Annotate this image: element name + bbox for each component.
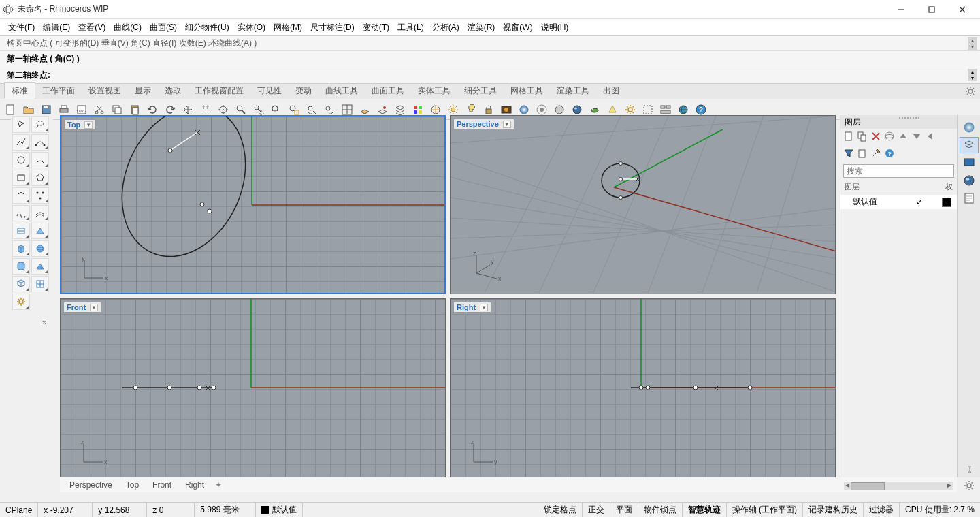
tab-subdtools[interactable]: 细分工具: [457, 83, 504, 99]
menu-panels[interactable]: 视窗(W): [499, 20, 536, 35]
tab-rendertools[interactable]: 渲染工具: [550, 83, 596, 99]
menu-help[interactable]: 说明(H): [537, 20, 573, 35]
layers-panel-title[interactable]: 图层: [840, 115, 957, 129]
viewport-label-top[interactable]: Top▼: [64, 119, 96, 130]
status-smarttrack[interactable]: 智慧轨迹: [683, 503, 727, 517]
layer-search-input[interactable]: [843, 164, 954, 178]
pointer-icon[interactable]: [12, 116, 30, 133]
status-history[interactable]: 记录建构历史: [803, 503, 864, 517]
layer-help-icon[interactable]: ?: [884, 148, 895, 161]
command-prompt-1[interactable]: 第一轴终点 ( 角(C) ): [0, 50, 980, 67]
viewport-perspective[interactable]: Perspective▼ xyz: [450, 115, 836, 294]
mesh-icon[interactable]: [12, 276, 30, 292]
close-button[interactable]: [947, 0, 977, 19]
layer-tool-icon[interactable]: [870, 148, 881, 161]
status-filter[interactable]: 过滤器: [864, 503, 900, 517]
box-icon[interactable]: [12, 240, 30, 257]
layer-new-icon[interactable]: [843, 131, 854, 144]
menu-tools[interactable]: 工具(L): [393, 20, 428, 35]
control-point-curve-icon[interactable]: [31, 134, 49, 151]
solidpt-icon[interactable]: [31, 258, 49, 275]
menu-transform[interactable]: 变动(T): [359, 20, 393, 35]
menu-view[interactable]: 查看(V): [74, 20, 110, 35]
maximize-button[interactable]: [916, 0, 947, 19]
status-planar[interactable]: 平面: [610, 503, 638, 517]
status-gumball[interactable]: 操作轴 (工作平面): [727, 503, 803, 517]
layer-search[interactable]: [843, 164, 954, 178]
menu-file[interactable]: 文件(F): [4, 20, 39, 35]
tab-meshtools[interactable]: 网格工具: [504, 83, 550, 99]
tab-drafting[interactable]: 出图: [596, 83, 626, 99]
cylinder-icon[interactable]: [12, 258, 30, 275]
viewport-front[interactable]: Front▼ xz: [60, 298, 446, 477]
viewtabs-gear-icon[interactable]: [964, 480, 975, 491]
menu-edit[interactable]: 编辑(E): [39, 20, 74, 35]
menu-surface[interactable]: 曲面(S): [146, 20, 181, 35]
menu-curve[interactable]: 曲线(C): [110, 20, 146, 35]
tab-select[interactable]: 选取: [158, 83, 188, 99]
menu-dimension[interactable]: 尺寸标注(D): [306, 20, 359, 35]
tab-surfacetools[interactable]: 曲面工具: [365, 83, 411, 99]
toolbar-expand-icon[interactable]: »: [42, 317, 47, 327]
menu-mesh[interactable]: 网格(M): [270, 20, 306, 35]
layer-down-icon[interactable]: [911, 131, 922, 144]
tab-transform[interactable]: 变动: [289, 83, 318, 99]
layer-row-default[interactable]: 默认值 ✓: [840, 195, 957, 209]
sidetab-render-icon[interactable]: [960, 172, 979, 189]
surface-from-points-icon[interactable]: [31, 223, 49, 239]
status-osnap[interactable]: 物件锁点: [638, 503, 683, 517]
viewport-label-perspective[interactable]: Perspective▼: [453, 119, 514, 129]
arc-icon[interactable]: [31, 152, 49, 168]
ellipse-icon[interactable]: [12, 187, 30, 204]
status-gridsnap[interactable]: 锁定格点: [538, 503, 583, 517]
sphere-icon[interactable]: [31, 240, 49, 257]
vtab-right[interactable]: Right: [178, 479, 211, 491]
command-prompt-2[interactable]: 第二轴终点: ▲▼: [0, 67, 980, 83]
viewport-label-right[interactable]: Right▼: [453, 302, 491, 313]
status-ortho[interactable]: 正交: [583, 503, 610, 517]
circle-icon[interactable]: [12, 152, 30, 168]
layer-current-check-icon[interactable]: ✓: [916, 198, 923, 207]
layer-new-sub-icon[interactable]: [857, 131, 868, 144]
viewport-label-front[interactable]: Front▼: [63, 302, 101, 313]
sidetab-display-icon[interactable]: [960, 155, 979, 171]
tab-gear-icon[interactable]: [965, 86, 976, 97]
minimize-button[interactable]: [885, 0, 916, 19]
layer-color-swatch[interactable]: [942, 198, 951, 207]
tab-standard[interactable]: 标准: [4, 82, 35, 99]
mesh-tools-icon[interactable]: [31, 276, 49, 292]
menu-solid[interactable]: 实体(O): [233, 20, 270, 35]
gear-settings-icon[interactable]: [12, 294, 30, 310]
layer-filter-icon[interactable]: [843, 148, 854, 161]
cmd-scroll[interactable]: ▲▼: [968, 37, 977, 50]
sidetab-properties-icon[interactable]: [960, 119, 979, 136]
tab-visibility[interactable]: 可见性: [250, 83, 289, 99]
lasso-icon[interactable]: [31, 116, 49, 133]
layer-delete-icon[interactable]: [870, 131, 881, 144]
polyline-icon[interactable]: [12, 134, 30, 151]
status-layer[interactable]: 默认值: [256, 503, 303, 517]
pin-icon[interactable]: [965, 465, 975, 475]
offset-icon[interactable]: [31, 205, 49, 221]
viewport-top[interactable]: Top▼ xy: [60, 115, 446, 294]
layer-edit-icon[interactable]: [857, 148, 868, 161]
layer-globe-icon[interactable]: [884, 131, 895, 144]
tab-setview[interactable]: 设置视图: [82, 83, 128, 99]
vtab-front[interactable]: Front: [146, 479, 178, 491]
tab-viewports[interactable]: 工作视窗配置: [188, 83, 250, 99]
rectangle-icon[interactable]: [12, 170, 30, 186]
tab-solidtools[interactable]: 实体工具: [411, 83, 457, 99]
menu-analyze[interactable]: 分析(A): [428, 20, 463, 35]
viewport-right[interactable]: Right▼ yz: [450, 298, 836, 477]
pointson-icon[interactable]: [31, 187, 49, 204]
curve-tools-icon[interactable]: [12, 205, 30, 221]
loft-icon[interactable]: [12, 223, 30, 239]
tab-curvetools[interactable]: 曲线工具: [318, 83, 365, 99]
tab-display[interactable]: 显示: [128, 83, 158, 99]
sidetab-notes-icon[interactable]: [960, 190, 979, 206]
vtab-top[interactable]: Top: [119, 479, 146, 491]
menu-subd[interactable]: 细分物件(U): [181, 20, 233, 35]
sidetab-layers-icon[interactable]: [960, 137, 979, 153]
menu-render[interactable]: 渲染(R): [463, 20, 500, 35]
vtab-perspective[interactable]: Perspective: [63, 479, 119, 491]
